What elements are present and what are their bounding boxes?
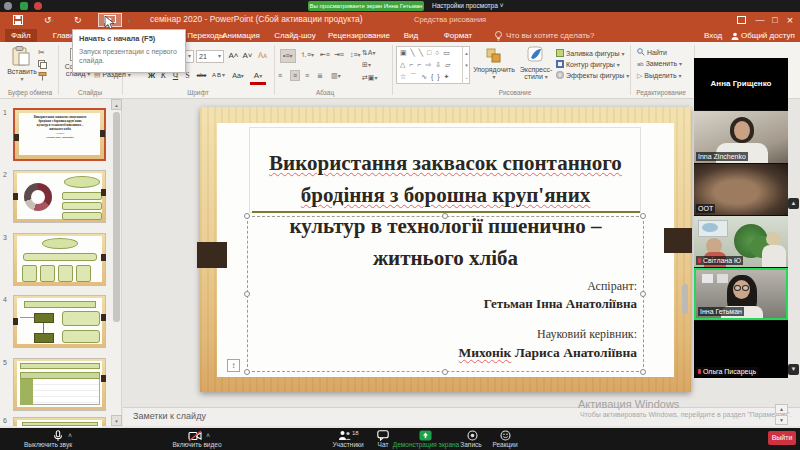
tab-format[interactable]: Формат	[438, 29, 478, 42]
font-color-button[interactable]: А▾	[250, 70, 266, 85]
undo-button[interactable]: ↺▾	[44, 13, 55, 28]
quick-styles-button[interactable]: Экспресс-стили ▾	[514, 66, 558, 80]
info-icon[interactable]	[4, 2, 12, 10]
start-video-button[interactable]: Включить видео	[155, 441, 239, 448]
find-button[interactable]: Найти	[637, 48, 667, 56]
indent-button[interactable]: ⇥≡	[334, 50, 344, 59]
line-spacing-button[interactable]: ↕≡▾	[350, 50, 361, 60]
tab-review[interactable]: Рецензирование	[324, 29, 394, 42]
strikethrough-button[interactable]: abc	[194, 70, 209, 81]
handle-top-right[interactable]	[640, 213, 646, 219]
handle-top-center[interactable]	[442, 213, 448, 219]
tab-slideshow[interactable]: Слайд-шоу	[272, 29, 318, 42]
video-tile-inna-z[interactable]: Inna Zinchenko	[694, 111, 788, 163]
align-center-button[interactable]: ≡	[290, 70, 300, 81]
copy-icon[interactable]	[38, 60, 47, 69]
columns-button[interactable]: ▥▾	[331, 71, 341, 81]
format-painter-icon[interactable]	[38, 72, 47, 81]
aspirant-name[interactable]: Гетьман Інна Анатоліївна	[337, 296, 637, 312]
view-settings-menu[interactable]: Настройки просмотра ˅	[432, 1, 503, 11]
cut-icon[interactable]: ✂	[38, 48, 45, 57]
tab-view[interactable]: Вид	[400, 29, 422, 42]
shapes-gallery[interactable]: ▣ ╲ ╲ □ ○ ▭ △ ⌐ ⌐ ⇨ ⇩ ▱ ☆ ⌒ ∿ { } ✦ ▴▾⌄	[396, 46, 470, 84]
shrink-font-button[interactable]: А˅	[242, 50, 253, 61]
advisor-name[interactable]: Михонік Лариса Анатоліївна	[337, 345, 637, 361]
advisor-label[interactable]: Науковий керівник:	[337, 327, 637, 342]
tab-animations[interactable]: Анимация	[216, 29, 266, 42]
participants-icon[interactable]	[338, 430, 351, 441]
video-panel-scroll-up[interactable]: ▲	[788, 198, 799, 209]
record-icon[interactable]	[467, 430, 478, 441]
minimize-button[interactable]: —	[753, 14, 767, 26]
handle-mid-right[interactable]	[640, 291, 646, 297]
next-slide-button[interactable]: ▼	[775, 415, 788, 425]
replace-button[interactable]: ab Заменить ▾	[637, 60, 682, 67]
shapes-scroll[interactable]: ▴▾⌄	[462, 47, 470, 84]
restore-button[interactable]: □	[768, 14, 782, 26]
redo-button[interactable]: ↻	[74, 13, 82, 27]
tab-file[interactable]: Файл	[5, 29, 37, 42]
numbering-button[interactable]: ⒈≡▾	[300, 50, 314, 60]
handle-bottom-right[interactable]	[640, 369, 646, 375]
shape-outline-button[interactable]: Контур фигуры ▾	[556, 60, 620, 68]
save-icon[interactable]	[13, 15, 23, 25]
change-case-button[interactable]: Аа▾	[230, 70, 246, 82]
mute-button[interactable]: Выключить звук	[8, 441, 88, 448]
shape-fill-button[interactable]: Заливка фигуры ▾	[556, 49, 624, 57]
panel-scroll-thumb[interactable]	[682, 284, 688, 314]
slide-thumbnail-4[interactable]	[13, 295, 106, 348]
ribbon-options-button[interactable]	[737, 16, 746, 24]
align-text-button[interactable]: ⊞▾	[362, 60, 371, 70]
clear-format-button[interactable]: 🗛	[257, 50, 268, 61]
aspirant-label[interactable]: Аспірант:	[337, 279, 637, 294]
thumb-scrollbar[interactable]	[113, 112, 120, 322]
leave-meeting-button[interactable]: Выйти	[768, 431, 796, 445]
handle-bottom-center[interactable]	[442, 369, 448, 375]
video-tile-svitlana[interactable]: Світлана Ю	[694, 216, 788, 267]
close-button[interactable]: ×	[783, 14, 797, 26]
convert-smartart-button[interactable]: ⇄▣▾	[362, 73, 378, 83]
font-size-box[interactable]: 21▾	[196, 50, 224, 63]
handle-bottom-left[interactable]	[244, 369, 250, 375]
slide-thumbnail-1[interactable]: Використання заквасок спонтанногобродінн…	[13, 108, 106, 161]
autofit-options-button[interactable]: ↕	[227, 359, 240, 372]
select-button[interactable]: ▷ Выделить ▾	[637, 72, 682, 80]
thumb-scroll-down[interactable]: ▾	[111, 415, 122, 426]
char-spacing-button[interactable]: АВ▾	[210, 70, 228, 81]
notes-label[interactable]: Заметки к слайду	[133, 411, 206, 421]
bullets-button[interactable]: •≡▾	[280, 49, 296, 63]
video-tile-anna[interactable]: Анна Грищенко	[694, 58, 788, 110]
share-button[interactable]: Общий доступ	[741, 29, 795, 42]
text-direction-button[interactable]: ⇅А▾	[362, 48, 376, 58]
reactions-button[interactable]: Реакции	[483, 441, 527, 448]
video-panel-scroll-down[interactable]: ▼	[788, 364, 799, 375]
slide-thumbnail-6[interactable]	[13, 417, 106, 426]
slide-thumbnail-2[interactable]	[13, 170, 106, 223]
justify-button[interactable]: ≣	[317, 71, 323, 80]
muted-mic-icon	[698, 258, 701, 263]
align-right-button[interactable]: ≡	[305, 71, 309, 80]
arrange-button[interactable]: Упорядочить▾	[470, 66, 518, 80]
prev-slide-button[interactable]: ▲	[775, 404, 788, 414]
slide-thumbnail-3[interactable]	[13, 233, 106, 286]
mic-menu-caret[interactable]: ˄	[68, 432, 72, 439]
tell-me-box[interactable]: Что вы хотите сделать?	[506, 29, 594, 42]
align-left-button[interactable]: ≡	[278, 71, 282, 80]
reactions-icon[interactable]	[500, 430, 511, 441]
slide-thumbnail-5[interactable]	[13, 358, 106, 411]
video-tile-olga[interactable]: Ольга Писарець	[694, 321, 788, 378]
chat-icon[interactable]	[377, 430, 389, 441]
paste-button[interactable]: Вставить▾	[6, 68, 38, 82]
handle-top-left[interactable]	[244, 213, 250, 219]
video-tile-oot[interactable]: ООТ	[694, 164, 788, 215]
video-tile-inna-hetman[interactable]: Інна Гетьман	[694, 268, 788, 320]
grow-font-button[interactable]: А˄	[228, 50, 239, 61]
video-menu-caret[interactable]: ˄	[206, 432, 210, 439]
handle-mid-left[interactable]	[244, 291, 250, 297]
sign-in-button[interactable]: Вход	[704, 29, 722, 42]
qat-dropdown[interactable]: ▾	[128, 13, 131, 28]
shape-effects-button[interactable]: Эффекты фигуры ▾	[556, 71, 629, 79]
outdent-button[interactable]: ⇤≡	[320, 50, 330, 59]
thumb-scroll-up[interactable]: ▴	[111, 99, 122, 110]
share-screen-icon[interactable]	[419, 430, 432, 441]
